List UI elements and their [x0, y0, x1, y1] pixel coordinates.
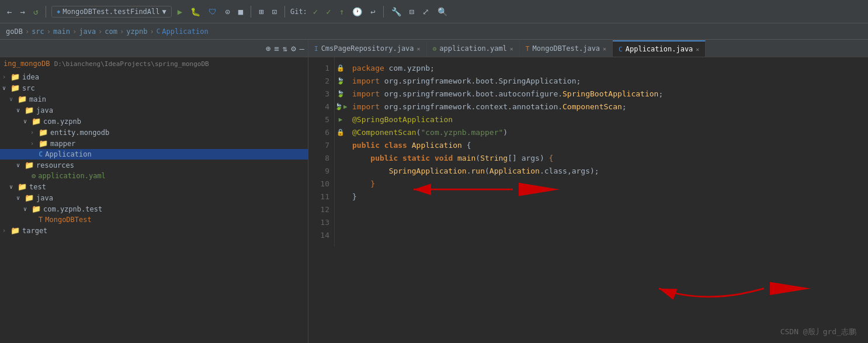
divider-1 [46, 6, 46, 18]
tab-icon-cmspage: I [314, 45, 318, 53]
run-config-selector[interactable]: ◆ MongoDBTest.testFindAll ▼ [51, 6, 171, 18]
editor-area: I CmsPageRepository.java ✕ ⚙ application… [308, 40, 868, 343]
tree-item-resources[interactable]: ∨ 📁 resources [0, 160, 308, 171]
folder-icon-idea: 📁 [11, 72, 20, 81]
layout-icon[interactable]: ⊟ [407, 6, 416, 18]
main-toolbar: ← → ↺ ◆ MongoDBTest.testFindAll ▼ ▶ 🐛 🛡 … [0, 0, 868, 23]
settings-icon[interactable]: 🔧 [389, 6, 404, 18]
breadcrumb-java[interactable]: java [79, 27, 96, 36]
code-line-13: } [352, 190, 862, 203]
tree-item-test[interactable]: ∨ 📁 test [0, 181, 308, 192]
tab-label-yaml: application.yaml [439, 44, 507, 53]
tree-item-main[interactable]: ∨ 📁 main [0, 93, 308, 105]
folder-icon-mapper: 📁 [39, 139, 48, 148]
testclass-icon: T [39, 216, 43, 224]
tree-item-testpkg[interactable]: ∨ 📁 com.yzpnb.test [0, 203, 308, 214]
minimize-icon[interactable]: — [300, 44, 304, 53]
arrow-idea: › [2, 74, 9, 80]
tree-label-testpkg: com.yzpnb.test [43, 205, 102, 213]
debug-icon[interactable]: 🐛 [188, 6, 203, 18]
config-icon: ◆ [57, 8, 60, 15]
close-mongodbtest[interactable]: ✕ [603, 46, 606, 52]
code-canvas: 1 2 3 4 5 6 7 8 9 10 11 12 13 14 [308, 57, 868, 343]
revert-icon[interactable]: ↺ [31, 6, 40, 18]
arrow-comyzpnb: ∨ [23, 118, 30, 124]
arrow-mapper: › [30, 140, 37, 147]
tree-label-java: java [36, 106, 53, 115]
tree-item-src[interactable]: ∨ 📁 src [0, 82, 308, 93]
tree-label-mapper: mapper [50, 140, 75, 148]
code-line-3: import org.springframework.boot.SpringAp… [352, 75, 862, 88]
vcs-icon[interactable]: ⊞ [256, 6, 266, 18]
back-icon[interactable]: ← [5, 6, 14, 18]
breadcrumb-com[interactable]: com [105, 27, 117, 36]
tree-label-target: target [22, 227, 47, 235]
fullscreen-icon[interactable]: ⤢ [420, 6, 432, 18]
coverage-icon[interactable]: 🛡 [206, 6, 219, 18]
folder-icon-main: 📁 [18, 95, 27, 103]
tab-yaml[interactable]: ⚙ application.yaml ✕ [427, 40, 520, 57]
folder-icon-entity: 📁 [39, 128, 48, 137]
git-check1-icon[interactable]: ✓ [311, 6, 320, 18]
arrow-testjava: ∨ [16, 195, 23, 201]
tree-item-idea[interactable]: › 📁 idea [0, 71, 308, 82]
profile-icon[interactable]: ⊙ [223, 6, 232, 18]
tab-label-mongodbtest: MongoDBTest.java [532, 44, 600, 53]
tab-icon-application: C [619, 46, 623, 53]
code-line-8: @ComponentScan("com.yzpnb.mapper") [352, 126, 862, 139]
terminal-icon[interactable]: ⊡ [270, 6, 279, 18]
code-editor[interactable]: 1 2 3 4 5 6 7 8 9 10 11 12 13 14 [308, 57, 868, 247]
tab-bar: I CmsPageRepository.java ✕ ⚙ application… [308, 40, 868, 57]
tree-item-yaml[interactable]: ⚙ application.yaml [0, 171, 308, 181]
tree-label-entity: entity.mongodb [50, 129, 109, 137]
breadcrumb-godb[interactable]: goDB [6, 27, 23, 36]
divider-4 [383, 6, 384, 18]
close-application[interactable]: ✕ [696, 46, 699, 53]
tree-item-testjava[interactable]: ∨ 📁 java [0, 192, 308, 203]
close-cmspage[interactable]: ✕ [417, 46, 421, 52]
collapse-all-icon[interactable]: ≡ [274, 44, 279, 53]
close-yaml[interactable]: ✕ [510, 46, 513, 52]
tree-item-mapper[interactable]: › 📁 mapper [0, 138, 308, 149]
tree-item-mongodbtest[interactable]: T MongoDBTest [0, 214, 308, 225]
code-line-10: public static void main(String[] args) { [352, 152, 862, 165]
run-icon[interactable]: ▶ [175, 6, 185, 18]
tree-item-java[interactable]: ∨ 📁 java [0, 105, 308, 116]
tree-item-comyzpnb[interactable]: ∨ 📁 com.yzpnb [0, 116, 308, 127]
add-icon[interactable]: ⊕ [266, 44, 270, 53]
forward-icon[interactable]: → [18, 6, 27, 18]
breadcrumb-main[interactable]: main [53, 27, 70, 36]
svg-marker-3 [770, 282, 811, 295]
tab-cmspage[interactable]: I CmsPageRepository.java ✕ [308, 40, 427, 57]
folder-icon-resources: 📁 [25, 161, 34, 169]
code-line-4: import org.springframework.boot.autoconf… [352, 88, 862, 101]
git-push-icon[interactable]: ↑ [337, 6, 346, 18]
tab-mongodbtest[interactable]: T MongoDBTest.java ✕ [520, 40, 613, 57]
breadcrumb-app[interactable]: C Application [157, 27, 209, 36]
tree-item-application[interactable]: C Application [0, 149, 308, 160]
tab-application[interactable]: C Application.java ✕ [613, 40, 706, 57]
code-line-12: } [352, 178, 862, 190]
search-everywhere-icon[interactable]: 🔍 [435, 6, 450, 18]
gear-icon[interactable]: ⚙ [291, 44, 296, 53]
tree-label-testjava: java [36, 194, 53, 202]
tree-item-entity[interactable]: › 📁 entity.mongodb [0, 127, 308, 138]
folder-icon-java: 📁 [25, 106, 34, 115]
breadcrumb: goDB › src › main › java › com › yzpnb ›… [0, 23, 868, 40]
breadcrumb-src[interactable]: src [32, 27, 44, 36]
tree-item-target[interactable]: › 📁 target [0, 225, 308, 236]
sort-icon[interactable]: ⇅ [283, 44, 287, 53]
code-content[interactable]: package com.yzpnb; import org.springfram… [346, 57, 868, 247]
git-check2-icon[interactable]: ✓ [324, 6, 333, 18]
yaml-icon: ⚙ [32, 172, 36, 180]
tree-label-test: test [29, 183, 46, 191]
arrow-java: ∨ [16, 107, 23, 113]
project-tree[interactable]: › 📁 idea ∨ 📁 src ∨ 📁 main [0, 70, 308, 343]
divider-3 [284, 6, 285, 18]
code-line-1: package com.yzpnb; [352, 62, 862, 75]
git-clock-icon[interactable]: 🕐 [350, 6, 364, 18]
tree-label-src: src [22, 84, 35, 92]
git-rollback-icon[interactable]: ↩ [368, 6, 377, 18]
stop-icon[interactable]: ■ [236, 6, 245, 18]
breadcrumb-yzpnb[interactable]: yzpnb [126, 27, 147, 36]
